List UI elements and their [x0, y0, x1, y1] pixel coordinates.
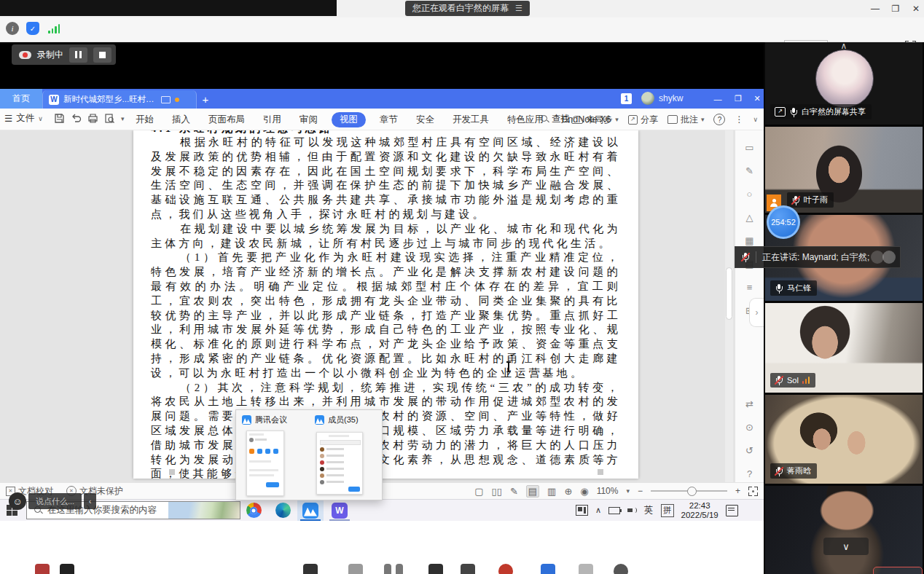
info-icon[interactable]: i [6, 22, 19, 35]
restore-button[interactable]: ❐ [886, 0, 905, 17]
danmaku-collapse-icon[interactable]: ‹ [84, 493, 96, 509]
file-menu[interactable]: ☰ 文件 ∨ [4, 112, 43, 125]
doc-paragraph-1: 根据永旺村的特征可以发现这种城郊型村庄具有空间区域、经济建设以及发展政策的优势相… [151, 135, 621, 222]
wps-menubar: ☰ 文件 ∨ ▾ 开始 插入 页面布局 引用 审阅 视图 [0, 109, 764, 130]
fit-page-icon[interactable] [748, 487, 758, 496]
preview-members-window[interactable]: 成员(35) [309, 410, 382, 500]
tool-settings-icon[interactable]: ≡ [747, 282, 753, 293]
new-tab-button[interactable]: + [198, 92, 213, 106]
members-list-thumbnail[interactable] [316, 432, 363, 495]
tool-shape-icon[interactable]: ○ [747, 189, 753, 200]
taskbar-preview-popup: 腾讯会议 成员(35) [235, 409, 383, 500]
minimize-button[interactable]: — [866, 0, 885, 17]
outline-view-icon[interactable]: ▥ [547, 486, 556, 497]
tool-select-icon[interactable]: ▭ [745, 142, 753, 153]
taskbar-edge[interactable] [270, 500, 296, 521]
speaker-icon[interactable] [627, 506, 637, 514]
ime-pinyin[interactable]: 拼 [661, 504, 674, 517]
two-page-view-icon[interactable]: ▯▯ [492, 486, 502, 497]
tool-target-icon[interactable]: ⊙ [745, 422, 753, 433]
web-view-icon[interactable]: ⊕ [564, 486, 572, 497]
leave-button-fragment[interactable] [873, 567, 923, 574]
account-avatar[interactable] [641, 92, 654, 105]
taskbar-clock[interactable]: 22:43 2022/5/19 [681, 501, 719, 520]
zoom-out-button[interactable]: − [638, 486, 643, 496]
emoji-smiley-icon[interactable]: ☺ [9, 492, 26, 510]
zoom-in-button[interactable]: + [735, 486, 740, 496]
zoom-slider[interactable] [651, 490, 727, 492]
menu-security[interactable]: 安全 [412, 112, 439, 127]
fullscreen-view-icon[interactable]: ▢ [474, 486, 483, 497]
danmaku-input[interactable]: 说点什么... [28, 493, 82, 509]
tab-document[interactable]: W 新时代城郊型乡...旺村为例(1) [42, 90, 197, 109]
tool-ruler-icon[interactable]: △ [746, 212, 753, 223]
tool-help-icon[interactable]: ? [747, 468, 752, 479]
more-dots-icon[interactable]: ⋮ [735, 114, 743, 125]
stop-recording-button[interactable] [93, 47, 111, 63]
tile-participant-3[interactable]: Sol [765, 303, 923, 393]
menu-view[interactable]: 视图 [332, 112, 366, 127]
pause-recording-button[interactable] [69, 47, 87, 63]
meeting-home-thumbnail[interactable] [246, 430, 284, 496]
zoom-caret-icon[interactable]: ▾ [626, 487, 630, 495]
security-shield-icon[interactable]: ✓ [26, 22, 39, 35]
tool-pen-icon[interactable]: ✎ [745, 165, 753, 176]
tool-swap-icon[interactable]: ⇄ [745, 398, 753, 409]
sync-status[interactable]: 未同步 ▾ [571, 114, 619, 126]
tile-participant-5[interactable]: ∨ [765, 486, 923, 574]
page-view-icon[interactable]: ▤ [526, 485, 539, 498]
clipped-taskbar-icon [384, 564, 391, 574]
preview-meeting-window[interactable]: 腾讯会议 [236, 410, 309, 500]
banner-menu-icon[interactable]: ☰ [515, 4, 522, 13]
menu-review[interactable]: 审阅 [295, 112, 322, 127]
account-name[interactable]: shykw [659, 93, 683, 103]
menu-page-layout[interactable]: 页面布局 [204, 112, 249, 127]
print-preview-icon[interactable] [104, 113, 115, 124]
preview-members-title: 成员(35) [328, 414, 359, 425]
zoom-level[interactable]: 110% [597, 486, 619, 496]
network-signal-icon[interactable] [48, 23, 60, 34]
panel-collapse-tab[interactable]: › [749, 298, 764, 327]
floating-timer-badge[interactable]: 254:52 [767, 205, 800, 239]
wps-minimize-button[interactable]: — [708, 89, 727, 109]
help-icon[interactable]: ? [713, 114, 725, 125]
save-icon[interactable] [54, 113, 65, 124]
tool-grid-icon[interactable]: ▦ [745, 235, 753, 246]
doc-scrollbar[interactable] [725, 130, 733, 482]
tool-history-icon[interactable]: ↺ [745, 445, 753, 456]
menu-references[interactable]: 引用 [259, 112, 286, 127]
tencent-meeting-icon [315, 415, 324, 425]
ime-lang-en[interactable]: 英 [644, 504, 654, 516]
close-button[interactable]: ✕ [907, 0, 924, 17]
window-count-badge[interactable]: 1 [621, 93, 632, 104]
sidebar-collapse-button[interactable]: ∨ [823, 538, 869, 555]
document-page[interactable]: 4.1 永旺村规划的理念与思路 根据永旺村的特征可以发现这种城郊型村庄具有空间区… [133, 130, 638, 479]
battery-icon[interactable] [608, 507, 620, 514]
menu-section[interactable]: 章节 [375, 112, 402, 127]
share-button[interactable]: ↗ 分享 [628, 114, 658, 126]
zoom-slider-knob[interactable] [687, 487, 697, 496]
news-widget-icon[interactable] [576, 505, 588, 516]
tile-participant-1[interactable]: 叶子雨 [765, 127, 923, 213]
menu-insert[interactable]: 插入 [168, 112, 195, 127]
taskbar-meeting[interactable] [297, 500, 324, 521]
wps-restore-button[interactable]: ❐ [729, 89, 748, 109]
action-center-icon[interactable] [726, 505, 738, 516]
doc-scrollbar-thumb[interactable] [726, 267, 732, 320]
tile-participant-4[interactable]: 蒋雨晗 [765, 395, 923, 484]
tab-home[interactable]: 首页 [0, 89, 42, 109]
ink-view-icon[interactable]: ✎ [510, 486, 518, 497]
comment-button[interactable]: 批注 ▾ [667, 114, 705, 126]
menu-start[interactable]: 开始 [131, 112, 158, 127]
find-button[interactable]: 查找 [541, 113, 570, 125]
eye-protect-icon[interactable]: ◉ [580, 486, 588, 497]
menu-dev-tools[interactable]: 开发工具 [448, 112, 493, 127]
qat-caret-icon[interactable]: ▾ [121, 115, 125, 122]
taskbar-wps[interactable]: W [326, 500, 353, 521]
tile-screen-share[interactable]: ∧ ↗ 白宇然的屏幕共享 [765, 42, 923, 125]
print-icon[interactable] [87, 113, 98, 124]
ribbon-collapse-icon[interactable]: ∨ [753, 116, 758, 123]
undo-icon[interactable] [71, 113, 82, 124]
tray-chevron-up-icon[interactable]: ∧ [595, 506, 601, 515]
taskbar-chrome[interactable] [240, 500, 267, 521]
